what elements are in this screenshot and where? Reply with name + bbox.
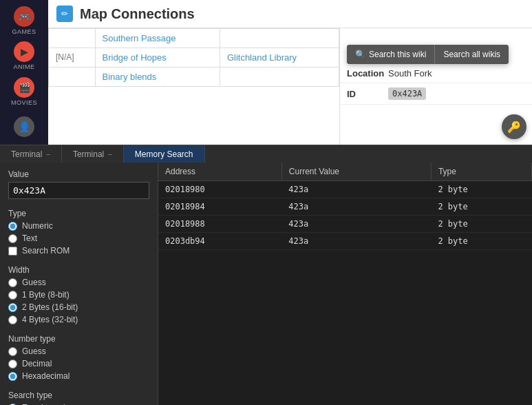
cell-empty-4 — [220, 68, 339, 87]
cell-empty-3 — [49, 68, 96, 87]
result-value-1: 423a — [281, 181, 431, 198]
number-type-radio-group: Guess Decimal Hexadecimal — [8, 346, 149, 381]
result-row-3[interactable]: 02018988 423a 2 byte — [158, 216, 532, 233]
type-numeric-radio[interactable] — [8, 222, 17, 231]
key-icon: 🔑 — [507, 121, 521, 134]
search-form: Value Type Numeric Text Search ROM — [0, 163, 158, 405]
width-8bit-label: 1 Byte (8-bit) — [22, 290, 70, 300]
terminal-tab-1-label: Terminal — [11, 149, 42, 159]
terminal-tab-memory[interactable]: Memory Search — [124, 145, 205, 163]
anime-icon: ▶ — [14, 41, 34, 62]
results-header-row: Address Current Value Type — [158, 163, 532, 181]
result-row-1[interactable]: 02018980 423a 2 byte — [158, 181, 532, 198]
search-icon: 🔍 — [355, 50, 365, 59]
games-label: GAMES — [12, 28, 36, 35]
sidebar-item-movies[interactable]: 🎬 MOVIES — [0, 74, 48, 110]
movies-label: MOVIES — [11, 99, 37, 106]
width-label: Width — [8, 265, 149, 275]
binary-blends-link[interactable]: Binary blends — [103, 72, 157, 82]
value-group: Value — [8, 169, 149, 199]
wiki-area: ✏ Map Connections Southern Passage [N/A]… — [48, 0, 532, 145]
width-8bit-radio[interactable] — [8, 291, 17, 300]
result-address-3: 02018988 — [158, 216, 281, 233]
table-row: [N/A] Bridge of Hopes Glitchland Library — [49, 48, 339, 68]
result-value-4: 423a — [281, 233, 431, 250]
sidebar-item-anime[interactable]: ▶ ANIME — [0, 39, 48, 74]
page-title: Map Connections — [80, 6, 195, 22]
result-address-4: 0203db94 — [158, 233, 281, 250]
width-32bit-radio[interactable] — [8, 315, 17, 324]
numtype-guess-radio[interactable] — [8, 347, 17, 356]
sidebar: 🎮 GAMES ▶ ANIME 🎬 MOVIES 👤 — [0, 0, 48, 145]
width-32bit-label: 4 Bytes (32-bit) — [22, 315, 78, 324]
bottom-panel: Value Type Numeric Text Search ROM — [0, 163, 532, 405]
cell-link-bridge: Bridge of Hopes — [95, 48, 220, 68]
width-16bit-option[interactable]: 2 Bytes (16-bit) — [8, 302, 149, 312]
id-label: ID — [347, 89, 388, 99]
sidebar-item-user[interactable]: 👤 — [0, 110, 48, 145]
results-table: Address Current Value Type 02018980 423a… — [158, 163, 532, 250]
edit-icon[interactable]: ✏ — [56, 6, 73, 22]
terminal-tab-1-close[interactable]: – — [46, 150, 50, 158]
type-text-radio[interactable] — [8, 234, 17, 243]
numtype-decimal-option[interactable]: Decimal — [8, 359, 149, 368]
top-area: 🎮 GAMES ▶ ANIME 🎬 MOVIES 👤 ✏ Map Connect… — [0, 0, 532, 145]
result-value-3: 423a — [281, 216, 431, 233]
width-32bit-option[interactable]: 4 Bytes (32-bit) — [8, 315, 149, 324]
width-16bit-label: 2 Bytes (16-bit) — [22, 302, 78, 312]
width-guess-option[interactable]: Guess — [8, 278, 149, 287]
bridge-of-hopes-link[interactable]: Bridge of Hopes — [103, 52, 167, 63]
id-badge: 0x423A — [388, 87, 426, 100]
numtype-hex-radio[interactable] — [8, 372, 17, 381]
value-label: Value — [8, 169, 149, 179]
memory-search-tab-label: Memory Search — [135, 149, 193, 159]
cell-empty-1 — [49, 29, 96, 48]
search-all-wikis-button[interactable]: Search all wikis — [435, 45, 509, 64]
width-guess-radio[interactable] — [8, 278, 17, 287]
search-this-wiki-button[interactable]: 🔍 Search this wiki — [347, 45, 434, 64]
southern-passage-link[interactable]: Southern Passage — [103, 33, 176, 43]
glitchland-library-link[interactable]: Glitchland Library — [227, 52, 297, 63]
cell-link-binary: Binary blends — [95, 68, 220, 87]
width-guess-label: Guess — [22, 278, 46, 287]
search-type-label: Search type — [8, 391, 149, 400]
numtype-guess-option[interactable]: Guess — [8, 346, 149, 356]
movies-icon: 🎬 — [14, 77, 34, 98]
width-radio-group: Guess 1 Byte (8-bit) 2 Bytes (16-bit) 4 … — [8, 278, 149, 324]
terminal-tab-1[interactable]: Terminal – — [0, 145, 62, 163]
numtype-hex-option[interactable]: Hexadecimal — [8, 371, 149, 381]
number-type-label: Number type — [8, 334, 149, 344]
search-rom-checkbox[interactable] — [8, 247, 17, 256]
col-current-value: Current Value — [281, 163, 431, 181]
sidebar-item-games[interactable]: 🎮 GAMES — [0, 3, 48, 39]
key-button[interactable]: 🔑 — [502, 114, 526, 139]
terminal-tabs-bar: Terminal – Terminal – Memory Search — [0, 145, 532, 163]
width-16bit-radio[interactable] — [8, 303, 17, 312]
anime-label: ANIME — [13, 63, 34, 70]
result-address-1: 02018980 — [158, 181, 281, 198]
results-area: Address Current Value Type 02018980 423a… — [158, 163, 532, 405]
result-value-2: 423a — [281, 198, 431, 216]
terminal-tab-2-label: Terminal — [73, 149, 104, 159]
value-input[interactable] — [8, 182, 149, 199]
numtype-decimal-radio[interactable] — [8, 360, 17, 368]
numtype-decimal-label: Decimal — [22, 359, 52, 368]
result-row-4[interactable]: 0203db94 423a 2 byte — [158, 233, 532, 250]
width-8bit-option[interactable]: 1 Byte (8-bit) — [8, 290, 149, 300]
terminal-tab-2-close[interactable]: – — [108, 150, 112, 158]
col-type: Type — [431, 163, 531, 181]
wiki-body: Southern Passage [N/A] Bridge of Hopes G… — [48, 28, 532, 145]
type-numeric-option[interactable]: Numeric — [8, 221, 149, 231]
wiki-connections-table: Southern Passage [N/A] Bridge of Hopes G… — [48, 28, 339, 87]
search-all-label: Search all wikis — [443, 50, 500, 59]
terminal-tab-2[interactable]: Terminal – — [62, 145, 124, 163]
search-wiki-label: Search this wiki — [369, 50, 426, 59]
number-type-group: Number type Guess Decimal Hexadecimal — [8, 334, 149, 381]
type-rom-option[interactable]: Search ROM — [8, 246, 149, 256]
type-text-option[interactable]: Text — [8, 233, 149, 243]
result-row-2[interactable]: 02018984 423a 2 byte — [158, 198, 532, 216]
result-address-2: 02018984 — [158, 198, 281, 216]
wiki-table-area: Southern Passage [N/A] Bridge of Hopes G… — [48, 28, 339, 145]
type-radio-group: Numeric Text Search ROM — [8, 221, 149, 256]
numtype-hex-label: Hexadecimal — [22, 371, 70, 381]
